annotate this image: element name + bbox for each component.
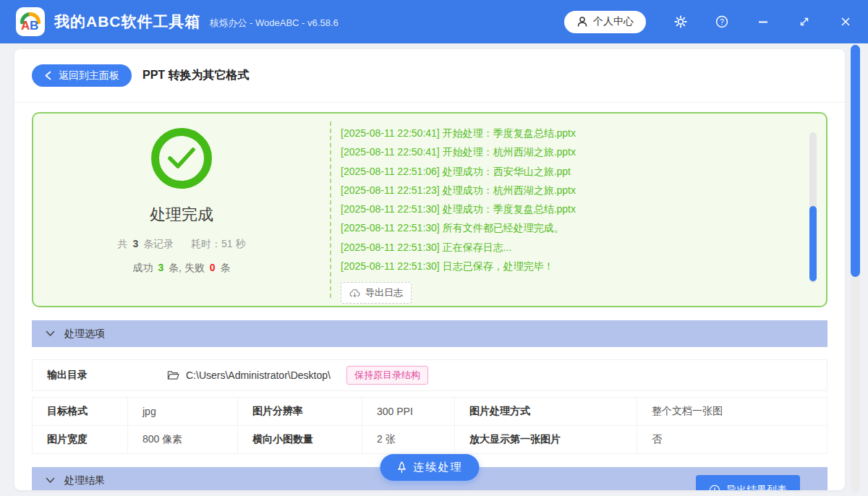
person-icon	[576, 16, 588, 27]
titlebar-controls: 个人中心 ?	[564, 11, 852, 33]
option-label: 图片宽度	[33, 426, 128, 454]
output-directory-value: C:\Users\Administrator\Desktop\ 保持原目录结构	[167, 366, 428, 385]
log-entry: [2025-08-11 22:50:41] 开始处理：杭州西湖之旅.pptx	[341, 142, 791, 161]
log-scrollbar-track[interactable]	[809, 132, 817, 283]
settings-gear-icon[interactable]	[674, 15, 687, 28]
option-value: 否	[637, 426, 827, 454]
option-value: 2 张	[362, 426, 455, 454]
option-label: 图片分辨率	[238, 398, 362, 426]
options-table-row: 目标格式 jpg 图片分辨率 300 PPI 图片处理方式 整个文档一张图	[33, 398, 827, 426]
page-header: 返回到主面板 PPT 转换为其它格式	[14, 49, 845, 103]
option-value: jpg	[128, 398, 238, 426]
log-entry: [2025-08-11 22:51:30] 所有文件都已经处理完成。	[341, 218, 791, 237]
logo-letter-a: A	[21, 19, 30, 33]
success-label: 成功	[133, 262, 153, 273]
maximize-button[interactable]	[798, 15, 811, 28]
options-table: 目标格式 jpg 图片分辨率 300 PPI 图片处理方式 整个文档一张图 图片…	[32, 397, 827, 454]
back-to-dashboard-button[interactable]: 返回到主面板	[32, 64, 132, 87]
app-subtitle: 核烁办公 - WodeABC - v6.58.6	[210, 17, 339, 30]
log-entry: [2025-08-11 22:51:23] 处理成功：杭州西湖之旅.pptx	[341, 181, 791, 200]
chevron-down-icon	[46, 477, 55, 484]
status-title: 处理完成	[150, 204, 213, 226]
logo-arc: A B	[16, 7, 45, 36]
success-fail-summary: 成功 3 条, 失败 0 条	[133, 262, 231, 275]
logo-letter-b: B	[30, 19, 38, 33]
options-body: 输出目录 C:\Users\Administrator\Desktop\ 保持原…	[32, 359, 827, 454]
fail-suffix: 条	[220, 262, 230, 273]
export-results-button[interactable]: 导出结果列表	[696, 475, 800, 490]
log-entry: [2025-08-11 22:51:30] 日志已保存，处理完毕！	[341, 257, 791, 275]
help-icon[interactable]: ?	[715, 15, 728, 28]
user-center-label: 个人中心	[593, 15, 634, 28]
section-header-options[interactable]: 处理选项	[32, 320, 827, 347]
option-value: 800 像素	[128, 426, 238, 454]
app-title: 我的ABC软件工具箱	[54, 12, 201, 32]
success-suffix: 条,	[169, 262, 182, 273]
user-center-button[interactable]: 个人中心	[564, 11, 646, 33]
log-entry: [2025-08-11 22:51:30] 正在保存日志...	[341, 238, 791, 257]
svg-text:?: ?	[720, 18, 724, 26]
option-value: 整个文档一张图	[637, 398, 827, 426]
option-label: 目标格式	[33, 398, 128, 426]
page-title: PPT 转换为其它格式	[142, 68, 250, 83]
continue-button-label: 连续处理	[414, 461, 463, 474]
log-entry: [2025-08-11 22:51:06] 处理成功：西安华山之旅.ppt	[341, 162, 791, 181]
log-entry: [2025-08-11 22:51:30] 处理成功：季度复盘总结.pptx	[341, 200, 791, 218]
close-button[interactable]	[839, 15, 852, 28]
back-button-label: 返回到主面板	[59, 69, 119, 82]
output-directory-path: C:\Users\Administrator\Desktop\	[186, 369, 331, 381]
continue-processing-button[interactable]: 连续处理	[380, 454, 480, 481]
option-label: 图片处理方式	[455, 398, 637, 426]
result-panel: 处理完成 共 3 条记录 耗时：51 秒 成功 3 条, 失败 0 条 [202…	[32, 112, 827, 307]
success-check-icon	[151, 128, 212, 189]
titlebar: A B 我的ABC软件工具箱 核烁办公 - WodeABC - v6.58.6 …	[0, 0, 868, 43]
rocket-icon	[397, 461, 407, 474]
record-summary: 共 3 条记录 耗时：51 秒	[118, 238, 246, 251]
total-label: 共	[118, 238, 128, 249]
output-directory-row: 输出目录 C:\Users\Administrator\Desktop\ 保持原…	[32, 359, 827, 391]
fail-label: 失败	[184, 262, 205, 273]
total-suffix: 条记录	[143, 238, 174, 249]
window-scrollbar-track[interactable]	[851, 45, 860, 493]
folder-icon	[167, 370, 179, 380]
total-count: 3	[130, 238, 140, 249]
export-log-label: 导出日志	[365, 286, 403, 299]
circle-download-icon	[709, 484, 720, 490]
options-section-title: 处理选项	[64, 328, 105, 341]
results-section-title: 处理结果	[64, 474, 105, 487]
cloud-download-icon	[349, 288, 360, 298]
window-scrollbar-thumb[interactable]	[851, 45, 860, 277]
app-logo-icon: A B	[16, 7, 45, 36]
chevron-down-icon	[46, 330, 55, 337]
log-entry: [2025-08-11 22:50:41] 开始处理：季度复盘总结.pptx	[341, 124, 791, 142]
option-label: 横向小图数量	[238, 426, 362, 454]
chevron-left-icon	[44, 71, 52, 80]
output-directory-label: 输出目录	[33, 369, 167, 382]
result-stats: 处理完成 共 3 条记录 耗时：51 秒 成功 3 条, 失败 0 条	[33, 114, 330, 306]
elapsed-time: 耗时：51 秒	[191, 238, 245, 249]
log-area: [2025-08-11 22:50:41] 开始处理：季度复盘总结.pptx […	[331, 114, 826, 306]
option-label: 放大显示第一张图片	[455, 426, 637, 454]
minimize-button[interactable]	[757, 15, 770, 28]
log-scrollbar-thumb[interactable]	[809, 206, 817, 281]
option-value: 300 PPI	[362, 398, 455, 426]
main-panel: 返回到主面板 PPT 转换为其它格式 处理完成 共 3 条记录 耗时：51 秒 …	[14, 49, 845, 490]
export-results-label: 导出结果列表	[726, 484, 787, 490]
options-table-row: 图片宽度 800 像素 横向小图数量 2 张 放大显示第一张图片 否	[33, 426, 827, 454]
keep-structure-badge: 保持原目录结构	[346, 366, 428, 385]
fail-count: 0	[208, 262, 218, 273]
export-log-button[interactable]: 导出日志	[341, 282, 412, 304]
success-count: 3	[156, 262, 166, 273]
